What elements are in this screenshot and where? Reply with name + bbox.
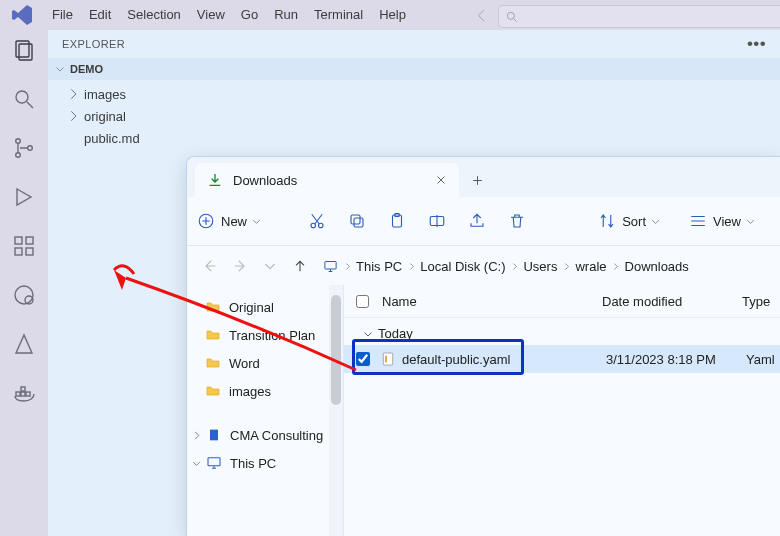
file-name: default-public.yaml xyxy=(402,352,606,367)
chevron-down-icon xyxy=(262,258,278,274)
menu-view[interactable]: View xyxy=(189,0,233,30)
svg-rect-13 xyxy=(16,392,20,396)
nav-item-this-pc[interactable]: This PC xyxy=(195,449,343,477)
menu-terminal[interactable]: Terminal xyxy=(306,0,371,30)
fe-file-list[interactable]: Name Date modified Type Today default-pu… xyxy=(344,285,780,536)
activity-source-control[interactable] xyxy=(12,136,36,163)
sort-icon xyxy=(598,212,616,230)
activity-remote[interactable] xyxy=(12,283,36,310)
svg-rect-7 xyxy=(15,237,22,244)
nav-back-icon[interactable] xyxy=(474,8,489,23)
rename-icon xyxy=(428,212,446,230)
tree-label: images xyxy=(84,87,126,102)
share-icon xyxy=(468,212,486,230)
fe-rename-button[interactable] xyxy=(428,212,446,230)
close-icon[interactable] xyxy=(435,174,447,186)
file-row-default-public[interactable]: default-public.yaml 3/11/2023 8:18 PM Ya… xyxy=(344,345,780,373)
col-name[interactable]: Name xyxy=(380,294,602,309)
fe-delete-button[interactable] xyxy=(508,212,526,230)
nav-scrollbar[interactable] xyxy=(329,285,343,536)
activity-search[interactable] xyxy=(12,87,36,114)
svg-rect-26 xyxy=(210,430,218,441)
svg-rect-8 xyxy=(15,248,22,255)
crumb[interactable]: Downloads xyxy=(623,259,691,274)
activity-explorer[interactable] xyxy=(12,38,36,65)
nav-item-transition-plan[interactable]: Transition Plan xyxy=(195,321,343,349)
fe-back-button[interactable] xyxy=(195,251,225,281)
activity-extensions[interactable] xyxy=(12,234,36,261)
sidebar-header: EXPLORER ••• xyxy=(48,30,780,58)
svg-rect-29 xyxy=(385,356,386,363)
svg-rect-15 xyxy=(26,392,30,396)
svg-rect-21 xyxy=(351,215,360,224)
fe-nav-pane[interactable]: Original Transition Plan Word images CMA… xyxy=(187,285,344,536)
col-type[interactable]: Type xyxy=(742,294,780,309)
tree-folder-images[interactable]: images xyxy=(66,83,780,105)
svg-rect-27 xyxy=(208,458,220,466)
fe-new-tab-button[interactable] xyxy=(459,163,495,197)
crumb[interactable]: wrale xyxy=(573,259,608,274)
svg-point-5 xyxy=(16,153,21,158)
menu-run[interactable]: Run xyxy=(266,0,306,30)
fe-sort-button[interactable]: Sort xyxy=(598,212,667,230)
menu-help[interactable]: Help xyxy=(371,0,414,30)
sidebar-root[interactable]: DEMO xyxy=(48,58,780,80)
crumb[interactable]: This PC xyxy=(354,259,404,274)
fe-recent-button[interactable] xyxy=(255,251,285,281)
vscode-search-box[interactable] xyxy=(498,5,780,28)
group-label-text: Today xyxy=(378,326,413,341)
plus-icon xyxy=(471,174,484,187)
crumb[interactable]: Local Disk (C:) xyxy=(418,259,507,274)
nav-item-images[interactable]: images xyxy=(195,377,343,405)
chevron-down-icon xyxy=(362,328,374,340)
fe-copy-button[interactable] xyxy=(348,212,366,230)
chevron-down-icon xyxy=(191,458,202,469)
fe-view-button[interactable]: View xyxy=(689,212,762,230)
menu-selection[interactable]: Selection xyxy=(119,0,188,30)
paste-icon xyxy=(388,212,406,230)
fe-breadcrumbs[interactable]: This PC Local Disk (C:) Users wrale Down… xyxy=(323,259,691,274)
activity-azure[interactable] xyxy=(12,332,36,359)
tree-file-public-md[interactable]: public.md xyxy=(66,127,780,149)
activity-docker[interactable] xyxy=(12,381,36,408)
sidebar-tree: images original public.md xyxy=(48,80,780,149)
download-icon xyxy=(207,172,223,188)
chevron-right-icon xyxy=(407,262,416,271)
group-today[interactable]: Today xyxy=(344,318,780,345)
crumb[interactable]: Users xyxy=(521,259,559,274)
fe-new-button[interactable]: New xyxy=(197,212,268,230)
menu-go[interactable]: Go xyxy=(233,0,266,30)
fe-sort-label: Sort xyxy=(622,214,646,229)
select-all-checkbox[interactable] xyxy=(356,295,369,308)
fe-cut-button[interactable] xyxy=(308,212,326,230)
col-date[interactable]: Date modified xyxy=(602,294,742,309)
tree-label: original xyxy=(84,109,126,124)
arrow-right-icon xyxy=(232,258,248,274)
chevron-down-icon xyxy=(251,216,262,227)
nav-label: Transition Plan xyxy=(229,328,315,343)
chevron-down-icon xyxy=(745,216,756,227)
nav-item-cma[interactable]: CMA Consulting xyxy=(195,421,343,449)
tree-folder-original[interactable]: original xyxy=(66,105,780,127)
scrollbar-thumb[interactable] xyxy=(331,295,341,405)
fe-forward-button[interactable] xyxy=(225,251,255,281)
chevron-right-icon xyxy=(343,262,352,271)
fe-toolbar: New Sort View xyxy=(187,197,780,246)
nav-item-original[interactable]: Original xyxy=(195,293,343,321)
cut-icon xyxy=(308,212,326,230)
fe-paste-button[interactable] xyxy=(388,212,406,230)
fe-up-button[interactable] xyxy=(285,251,315,281)
vscode-activity-bar xyxy=(0,30,48,536)
svg-rect-20 xyxy=(354,218,363,227)
fe-address-bar: This PC Local Disk (C:) Users wrale Down… xyxy=(187,246,780,286)
activity-run-debug[interactable] xyxy=(12,185,36,212)
sidebar-more-icon[interactable]: ••• xyxy=(747,41,766,47)
menu-file[interactable]: File xyxy=(44,0,81,30)
file-checkbox[interactable] xyxy=(356,352,370,366)
fe-tab-downloads[interactable]: Downloads xyxy=(195,163,459,197)
fe-body: Original Transition Plan Word images CMA… xyxy=(187,285,780,536)
menu-edit[interactable]: Edit xyxy=(81,0,119,30)
svg-point-4 xyxy=(16,139,21,144)
nav-item-word[interactable]: Word xyxy=(195,349,343,377)
fe-share-button[interactable] xyxy=(468,212,486,230)
